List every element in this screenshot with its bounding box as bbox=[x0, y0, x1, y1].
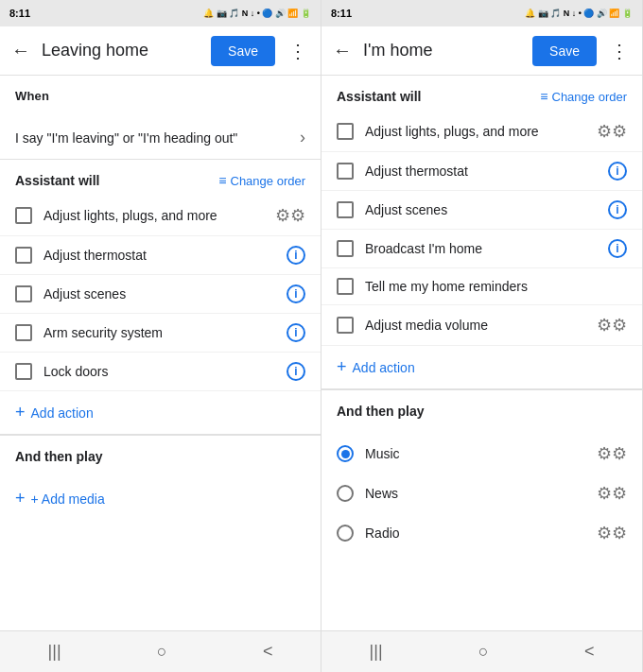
when-row[interactable]: I say "I'm leaving" or "I'm heading out"… bbox=[0, 116, 321, 160]
assistant-header-right: Assistant will ≡ Change order bbox=[322, 76, 642, 112]
bottom-nav-left: ||| ○ < bbox=[0, 630, 321, 672]
nav-back-right[interactable]: < bbox=[584, 642, 595, 662]
action-text-4-right: Tell me my home reminders bbox=[365, 279, 627, 294]
save-button-right[interactable]: Save bbox=[532, 36, 597, 66]
action-text-0-left: Adjust lights, plugs, and more bbox=[43, 208, 264, 223]
assistant-title-right: Assistant will bbox=[337, 89, 421, 104]
action-row-4-right: Tell me my home reminders bbox=[322, 268, 642, 305]
checkbox-1-left[interactable] bbox=[15, 247, 32, 264]
checkbox-5-right[interactable] bbox=[337, 317, 354, 334]
left-panel: 8:11 🔔 📷 🎵 N ↓ • 🔵 🔊 📶 🔋 ← Leaving home … bbox=[0, 0, 322, 672]
gear-icon-radio[interactable]: ⚙ bbox=[597, 523, 627, 543]
checkbox-2-right[interactable] bbox=[337, 201, 354, 218]
gear-icon-0-left[interactable]: ⚙ bbox=[275, 205, 305, 226]
checkbox-0-left[interactable] bbox=[15, 207, 32, 224]
media-row-news: News ⚙ bbox=[322, 474, 642, 513]
nav-menu-right[interactable]: ||| bbox=[370, 642, 383, 662]
play-section-left: And then play bbox=[0, 435, 321, 479]
time-left: 8:11 bbox=[9, 8, 30, 19]
action-text-2-left: Adjust scenes bbox=[43, 286, 275, 302]
gear-icon-0-right[interactable]: ⚙ bbox=[597, 121, 627, 142]
radio-radio[interactable] bbox=[337, 525, 354, 542]
action-row-3-left: Arm security system i bbox=[0, 314, 321, 353]
save-button-left[interactable]: Save bbox=[211, 36, 275, 66]
nav-back-left[interactable]: < bbox=[263, 642, 273, 662]
checkbox-2-left[interactable] bbox=[15, 285, 32, 302]
time-right: 8:11 bbox=[331, 8, 352, 19]
add-media-label-left: + Add media bbox=[31, 491, 105, 507]
media-text-music: Music bbox=[365, 446, 585, 461]
checkbox-1-right[interactable] bbox=[337, 163, 354, 180]
radio-music[interactable] bbox=[337, 445, 354, 462]
action-row-0-right: Adjust lights, plugs, and more ⚙ bbox=[322, 112, 642, 152]
checkbox-0-right[interactable] bbox=[337, 123, 354, 140]
radio-news[interactable] bbox=[337, 485, 354, 502]
gear-icon-news[interactable]: ⚙ bbox=[597, 483, 627, 504]
add-action-button-left[interactable]: + Add action bbox=[0, 391, 321, 434]
content-right: Assistant will ≡ Change order Adjust lig… bbox=[322, 76, 642, 630]
action-text-5-right: Adjust media volume bbox=[365, 318, 585, 333]
add-action-label-right: Add action bbox=[353, 360, 415, 375]
action-row-2-left: Adjust scenes i bbox=[0, 275, 321, 314]
action-row-0-left: Adjust lights, plugs, and more ⚙ bbox=[0, 196, 321, 236]
radio-inner-music bbox=[341, 450, 350, 458]
media-text-radio: Radio bbox=[365, 526, 585, 541]
gear-icon-music[interactable]: ⚙ bbox=[597, 443, 627, 464]
action-text-3-left: Arm security system bbox=[43, 325, 275, 340]
add-action-button-right[interactable]: + Add action bbox=[322, 346, 642, 388]
add-media-button-left[interactable]: + + Add media bbox=[0, 479, 321, 518]
status-bar-left: 8:11 🔔 📷 🎵 N ↓ • 🔵 🔊 📶 🔋 bbox=[0, 0, 321, 26]
right-panel: 8:11 🔔 📷 🎵 N ↓ • 🔵 🔊 📶 🔋 ← I'm home Save… bbox=[322, 0, 643, 672]
info-icon-2-right[interactable]: i bbox=[608, 200, 627, 219]
change-order-label-right: Change order bbox=[552, 90, 628, 104]
action-text-4-left: Lock doors bbox=[43, 364, 275, 379]
back-button-left[interactable]: ← bbox=[8, 36, 34, 65]
plus-icon-right: + bbox=[337, 357, 347, 377]
change-order-button-right[interactable]: ≡ Change order bbox=[540, 89, 627, 104]
content-left: When I say "I'm leaving" or "I'm heading… bbox=[0, 76, 321, 630]
add-action-label-left: Add action bbox=[31, 405, 94, 421]
media-text-news: News bbox=[365, 486, 585, 501]
action-row-2-right: Adjust scenes i bbox=[322, 191, 642, 230]
action-row-1-right: Adjust thermostat i bbox=[322, 152, 642, 191]
action-text-0-right: Adjust lights, plugs, and more bbox=[365, 124, 585, 139]
action-row-3-right: Broadcast I'm home i bbox=[322, 230, 642, 268]
checkbox-3-right[interactable] bbox=[337, 240, 354, 257]
status-icons-right: 🔔 📷 🎵 N ↓ • 🔵 🔊 📶 🔋 bbox=[525, 9, 633, 18]
info-icon-4-left[interactable]: i bbox=[287, 362, 305, 381]
page-title-left: Leaving home bbox=[42, 41, 203, 60]
change-order-label-left: Change order bbox=[231, 174, 306, 188]
status-bar-right: 8:11 🔔 📷 🎵 N ↓ • 🔵 🔊 📶 🔋 bbox=[322, 0, 642, 26]
change-order-button-left[interactable]: ≡ Change order bbox=[218, 173, 305, 188]
play-section-right: And then play bbox=[322, 389, 642, 434]
back-button-right[interactable]: ← bbox=[329, 36, 356, 65]
checkbox-4-left[interactable] bbox=[15, 363, 32, 380]
checkbox-4-right[interactable] bbox=[337, 278, 354, 295]
page-title-right: I'm home bbox=[363, 41, 525, 60]
info-icon-3-left[interactable]: i bbox=[287, 323, 305, 342]
action-text-1-right: Adjust thermostat bbox=[365, 164, 597, 179]
more-menu-left[interactable]: ⋮ bbox=[283, 36, 313, 66]
info-icon-1-right[interactable]: i bbox=[608, 162, 627, 181]
nav-menu-left[interactable]: ||| bbox=[48, 642, 61, 662]
play-title-right: And then play bbox=[337, 404, 627, 419]
info-icon-1-left[interactable]: i bbox=[287, 246, 305, 265]
gear-icon-5-right[interactable]: ⚙ bbox=[597, 315, 627, 336]
nav-home-right[interactable]: ○ bbox=[478, 642, 489, 662]
top-bar-left: ← Leaving home Save ⋮ bbox=[0, 26, 321, 76]
nav-home-left[interactable]: ○ bbox=[157, 642, 167, 662]
order-icon-right: ≡ bbox=[540, 89, 547, 104]
chevron-right-icon: › bbox=[300, 128, 305, 147]
info-icon-3-right[interactable]: i bbox=[608, 239, 627, 258]
action-row-1-left: Adjust thermostat i bbox=[0, 236, 321, 275]
action-row-5-right: Adjust media volume ⚙ bbox=[322, 305, 642, 346]
plus-icon-media-left: + bbox=[15, 489, 26, 508]
order-icon-left: ≡ bbox=[218, 173, 226, 188]
assistant-title-left: Assistant will bbox=[15, 173, 99, 188]
media-row-music: Music ⚙ bbox=[322, 434, 642, 474]
play-title-left: And then play bbox=[15, 449, 305, 464]
checkbox-3-left[interactable] bbox=[15, 324, 32, 341]
more-menu-right[interactable]: ⋮ bbox=[604, 36, 634, 66]
info-icon-2-left[interactable]: i bbox=[287, 284, 305, 303]
action-row-4-left: Lock doors i bbox=[0, 353, 321, 391]
